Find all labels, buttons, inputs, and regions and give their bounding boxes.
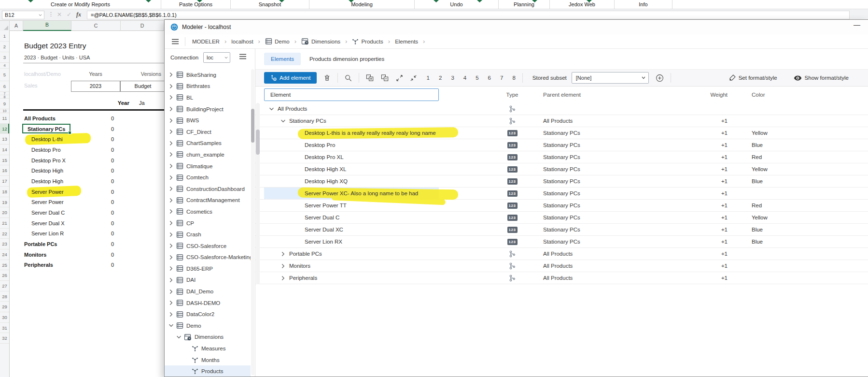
sheet-row[interactable]: Monitors 0 bbox=[23, 249, 124, 260]
row-header[interactable]: 29 bbox=[0, 302, 9, 312]
tree-item[interactable]: BWS bbox=[165, 115, 251, 126]
breadcrumb-demo[interactable]: Demo bbox=[265, 38, 290, 45]
sheet-row[interactable]: Server Dual C 0 bbox=[23, 207, 124, 218]
row-header[interactable]: 27 bbox=[0, 281, 9, 291]
ribbon-tab[interactable]: Undo bbox=[415, 0, 499, 9]
value-cell[interactable]: 0 bbox=[81, 252, 124, 258]
collapse-all-icon[interactable] bbox=[381, 74, 389, 82]
element-row[interactable]: Monitors 123 All Products +1 bbox=[255, 260, 868, 272]
chevron-right-icon[interactable] bbox=[169, 300, 176, 305]
sheet-row[interactable]: Portable PCs 0 bbox=[23, 239, 124, 249]
row-header[interactable]: 15 bbox=[0, 155, 9, 166]
sheet-row[interactable]: Server Lion R 0 bbox=[23, 229, 124, 239]
enter-icon[interactable]: ✓ bbox=[67, 11, 71, 18]
row-header[interactable]: 20 bbox=[0, 207, 9, 218]
sheet-row[interactable]: Desktop High 0 bbox=[23, 165, 124, 176]
weight-column-header[interactable]: Weight bbox=[662, 87, 728, 103]
chevron-right-icon[interactable] bbox=[169, 129, 176, 134]
chevron-right-icon[interactable] bbox=[169, 84, 176, 89]
pov-version-cell[interactable]: Budget bbox=[120, 81, 164, 92]
row-header[interactable]: 16 bbox=[0, 165, 9, 176]
row-header[interactable]: 7 bbox=[0, 92, 9, 95]
tree-item[interactable]: Measures bbox=[165, 343, 251, 354]
ribbon-tab[interactable]: Planning bbox=[499, 0, 550, 9]
chevron-right-icon[interactable] bbox=[281, 276, 289, 281]
chevron-down-icon[interactable] bbox=[39, 14, 42, 16]
element-row[interactable]: Server Power XC- Also a long name to be … bbox=[255, 188, 868, 200]
sheet-row[interactable]: Peripherals 0 bbox=[23, 260, 124, 271]
element-row[interactable]: Server Dual C 123 Stationary PCs +1 Yell… bbox=[255, 212, 868, 224]
sheet-row[interactable]: Server Dual X 0 bbox=[23, 218, 124, 229]
product-label-cell[interactable]: All Products bbox=[23, 116, 81, 121]
column-header[interactable]: A bbox=[10, 21, 23, 31]
level-button[interactable]: 4 bbox=[463, 75, 466, 81]
sheet-row[interactable]: Desktop L-thi 0 bbox=[23, 134, 124, 145]
element-column-filter[interactable]: Element bbox=[264, 88, 439, 101]
menu-icon[interactable] bbox=[171, 39, 179, 44]
sheet-row[interactable]: Desktop Pro 0 bbox=[23, 145, 124, 155]
search-icon[interactable] bbox=[345, 74, 352, 82]
level-button[interactable]: 3 bbox=[451, 75, 454, 81]
tree-item[interactable]: DAI_Demo bbox=[165, 286, 251, 297]
column-header[interactable]: B bbox=[23, 21, 71, 31]
chevron-right-icon[interactable] bbox=[270, 106, 278, 112]
connection-select[interactable]: loc bbox=[203, 52, 230, 63]
column-header[interactable]: D bbox=[121, 21, 164, 31]
level-button[interactable]: 2 bbox=[439, 75, 442, 81]
product-label-cell[interactable]: Server Dual C bbox=[23, 210, 81, 216]
chevron-right-icon[interactable] bbox=[169, 243, 176, 248]
element-row[interactable]: Server Power TT 123 Stationary PCs +1 Re… bbox=[255, 200, 868, 212]
chevron-right-icon[interactable] bbox=[169, 175, 176, 180]
value-cell[interactable]: 0 bbox=[81, 241, 124, 247]
element-row[interactable]: Server Dual XC 123 Stationary PCs +1 Blu… bbox=[255, 224, 868, 236]
row-header[interactable]: 26 bbox=[0, 270, 9, 281]
tab-elements[interactable]: Elements bbox=[264, 53, 301, 65]
breadcrumb-dimensions[interactable]: Dimensions bbox=[301, 38, 340, 45]
product-label-cell[interactable]: Desktop Pro X bbox=[23, 158, 81, 163]
list-options-icon[interactable] bbox=[239, 54, 247, 59]
tree-item[interactable]: ConstructionDashboard bbox=[165, 183, 251, 195]
tree-item[interactable]: Products bbox=[165, 365, 251, 377]
add-subset-icon[interactable] bbox=[656, 74, 664, 82]
level-button[interactable]: 6 bbox=[488, 75, 491, 81]
value-cell[interactable]: 0 bbox=[81, 231, 124, 236]
cancel-icon[interactable]: ✕ bbox=[57, 11, 62, 18]
breadcrumb-products[interactable]: Products bbox=[352, 38, 383, 45]
chevron-right-icon[interactable] bbox=[169, 118, 176, 123]
row-header[interactable]: 32 bbox=[0, 333, 9, 344]
stored-subset-select[interactable]: [None] bbox=[572, 72, 649, 84]
tree-item[interactable]: Comtech bbox=[165, 172, 251, 183]
tree-item[interactable]: CSO-Salesforce bbox=[165, 240, 251, 252]
element-row[interactable]: Desktop L-this is a really really really… bbox=[255, 127, 868, 139]
element-row[interactable]: Server Lion RX 123 Stationary PCs +1 Blu… bbox=[255, 236, 868, 248]
product-label-cell[interactable]: Desktop High bbox=[23, 178, 81, 184]
row-header[interactable]: 31 bbox=[0, 323, 9, 334]
delete-element-button[interactable] bbox=[323, 74, 331, 82]
tree-item[interactable]: Crash bbox=[165, 229, 251, 240]
ribbon-tab[interactable]: Create or Modify Reports bbox=[0, 0, 161, 9]
row-header[interactable]: 10 bbox=[0, 109, 9, 113]
tree-item[interactable]: CF_Direct bbox=[165, 126, 251, 138]
insert-function-icon[interactable]: fx bbox=[76, 11, 81, 18]
product-label-cell[interactable]: Server Dual X bbox=[23, 220, 81, 226]
set-format-button[interactable]: Set format/style bbox=[739, 75, 777, 81]
ribbon-tab[interactable]: Jedox Web bbox=[550, 0, 615, 9]
tree-scrollbar[interactable] bbox=[251, 69, 254, 375]
tree-item[interactable]: BuildingProject bbox=[165, 103, 251, 115]
element-row[interactable]: Desktop Pro 123 Stationary PCs +1 Blue bbox=[255, 139, 868, 151]
value-cell[interactable]: 0 bbox=[81, 158, 124, 163]
tree-item[interactable]: Cosmetics bbox=[165, 206, 251, 218]
value-cell[interactable]: 0 bbox=[81, 168, 124, 174]
minimize-button[interactable]: — bbox=[854, 21, 860, 29]
ribbon-tab[interactable]: Modeling bbox=[309, 0, 415, 9]
ribbon-tab[interactable]: Info bbox=[615, 0, 672, 9]
chevron-right-icon[interactable] bbox=[281, 263, 289, 269]
level-button[interactable]: 7 bbox=[500, 75, 503, 81]
sheet-row[interactable]: Stationary PCs 0 bbox=[23, 124, 124, 134]
cell-name-box[interactable]: B12 bbox=[2, 11, 44, 19]
chevron-right-icon[interactable] bbox=[169, 255, 176, 260]
row-header[interactable]: 6 bbox=[0, 81, 9, 92]
row-header[interactable]: 8 bbox=[0, 95, 9, 99]
pov-year-cell[interactable]: 2023 bbox=[71, 81, 120, 92]
tree-item[interactable]: BikeSharing bbox=[165, 69, 251, 81]
